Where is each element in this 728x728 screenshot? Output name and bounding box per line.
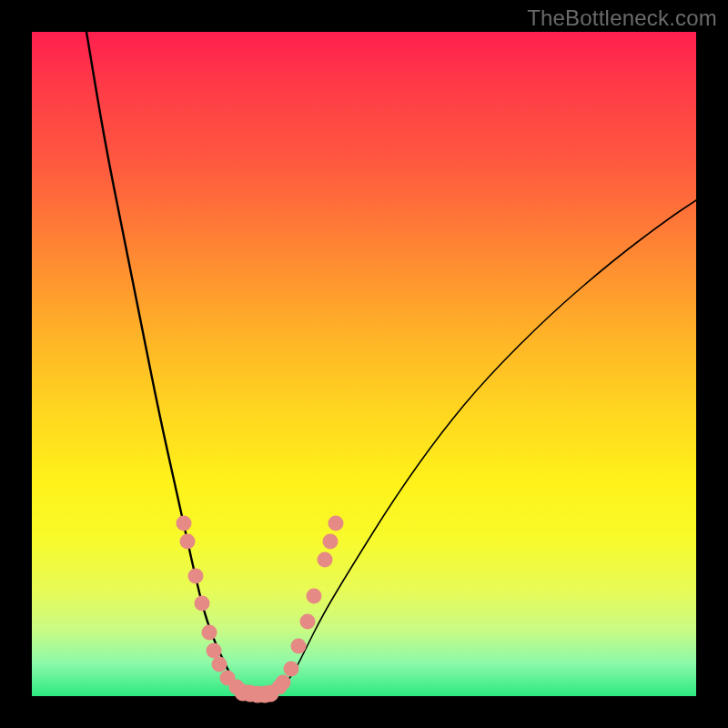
data-marker: [318, 552, 333, 568]
data-marker: [307, 589, 322, 604]
chart-frame: TheBottleneck.com: [0, 0, 728, 728]
data-marker: [291, 639, 307, 654]
data-marker: [177, 516, 192, 531]
data-marker: [188, 569, 204, 584]
data-marker: [323, 534, 339, 550]
markers-right-group: [262, 516, 344, 702]
plot-area: [32, 32, 696, 696]
data-marker: [202, 625, 217, 641]
data-marker: [284, 662, 299, 677]
right-curve: [278, 200, 696, 693]
valley-blob-group: [235, 684, 279, 703]
data-marker: [276, 675, 291, 691]
markers-left-group: [177, 516, 255, 701]
data-marker: [262, 685, 279, 703]
data-marker: [195, 596, 210, 612]
chart-svg: [32, 32, 696, 696]
watermark-text: TheBottleneck.com: [527, 5, 717, 31]
data-marker: [180, 534, 196, 550]
left-curve: [86, 32, 247, 693]
data-marker: [212, 657, 228, 672]
data-marker: [329, 516, 344, 531]
data-marker: [207, 643, 222, 659]
data-marker: [300, 614, 316, 630]
